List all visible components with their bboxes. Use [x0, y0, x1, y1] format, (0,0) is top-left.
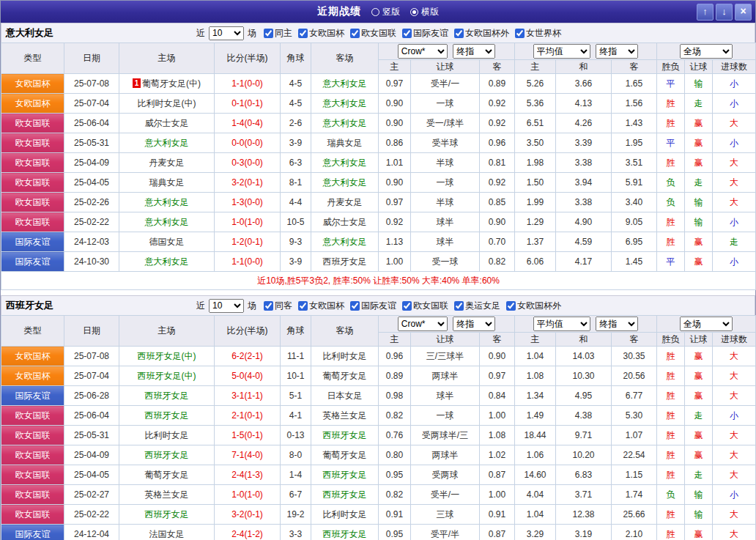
col-odds-away: 客 — [480, 60, 515, 74]
league-checkbox-input[interactable] — [454, 29, 464, 38]
filter-checkbox[interactable]: 欧女国联 — [402, 300, 448, 312]
near-label: 近 — [196, 300, 205, 312]
filter-checkbox[interactable]: 同客 — [264, 300, 292, 312]
result-goals: 大 — [713, 426, 756, 445]
league-checkbox-input[interactable] — [402, 301, 412, 311]
filter-checkbox[interactable]: 国际友谊 — [350, 300, 396, 312]
league-checkbox-input[interactable] — [350, 301, 360, 311]
bookmaker-select[interactable]: Crow* — [398, 317, 448, 331]
filter-checkbox[interactable]: 同主 — [264, 27, 292, 40]
odds-away: 0.92 — [480, 94, 515, 114]
match-date: 25-02-22 — [64, 505, 119, 525]
league-checkbox-input[interactable] — [264, 301, 273, 311]
average-select[interactable]: 平均值 — [533, 317, 590, 331]
filter-checkbox[interactable]: 女世界杯 — [515, 27, 561, 40]
home-team: 西班牙女足 — [119, 386, 215, 406]
odds-home: 0.86 — [379, 133, 411, 153]
match-row: 欧女国联25-02-22西班牙女足3-2(0-1)19-2比利时女足0.91三球… — [1, 505, 756, 525]
odds-away: 0.85 — [480, 193, 515, 212]
final-index-select-2[interactable]: 终指 — [596, 317, 638, 331]
result-goals: 大 — [713, 366, 756, 386]
odds-home: 0.97 — [379, 74, 411, 94]
home-team: 葡萄牙女足 — [119, 465, 215, 485]
avg-away: 1.65 — [612, 74, 657, 94]
odds-away: 0.90 — [480, 347, 515, 366]
league-checkbox-input[interactable] — [402, 29, 412, 38]
match-type-badge: 欧女国联 — [1, 505, 64, 525]
away-team: 西班牙女足 — [311, 525, 379, 540]
match-type-badge: 国际友谊 — [1, 252, 64, 272]
home-team: 法国女足 — [119, 525, 215, 540]
radio-vertical-layout[interactable]: 竖版 — [371, 6, 400, 18]
team-name: 意大利女足 — [323, 118, 367, 128]
radio-vertical-label: 竖版 — [382, 6, 400, 18]
league-checkbox-input[interactable] — [454, 301, 464, 311]
odds-home: 0.82 — [379, 406, 411, 426]
close-button[interactable]: × — [735, 4, 752, 21]
avg-away: 2.10 — [612, 525, 657, 540]
league-checkbox-input[interactable] — [298, 29, 308, 38]
result-winloss: 胜 — [657, 386, 685, 406]
final-index-select[interactable]: 终指 — [453, 44, 495, 59]
match-row: 欧女国联25-04-05瑞典女足3-2(0-1)8-1意大利女足0.90一球0.… — [1, 173, 756, 193]
team-name: 意大利女足 — [145, 138, 189, 148]
filter-checkbox[interactable]: 女欧国杯外 — [506, 300, 561, 312]
away-team: 意大利女足 — [311, 173, 379, 193]
match-score: 1-4(0-4) — [215, 114, 281, 133]
match-type-badge: 欧女国联 — [1, 153, 64, 173]
result-goals: 小 — [713, 485, 756, 505]
avg-home: 5.36 — [515, 94, 556, 114]
corner-score: 19-2 — [281, 505, 311, 525]
move-down-button[interactable]: ↓ — [716, 4, 733, 21]
avg-draw: 14.03 — [556, 347, 612, 366]
league-checkbox-input[interactable] — [350, 29, 360, 38]
league-checkbox-input[interactable] — [515, 29, 525, 38]
filter-checkbox[interactable]: 女欧国杯 — [298, 300, 344, 312]
corner-score: 1-4 — [281, 465, 311, 485]
league-checkbox-input[interactable] — [506, 301, 516, 311]
odds-away: 1.08 — [480, 426, 515, 445]
result-handicap: 走 — [685, 173, 713, 193]
final-index-select-2[interactable]: 终指 — [596, 44, 638, 59]
final-index-select[interactable]: 终指 — [453, 317, 495, 331]
away-team: 意大利女足 — [311, 74, 379, 94]
match-score: 2-4(1-2) — [215, 525, 281, 540]
team-name: 意大利女足 — [323, 158, 367, 168]
filter-checkbox[interactable]: 欧女国联 — [350, 27, 396, 40]
result-goals: 大 — [713, 505, 756, 525]
league-checkbox-input[interactable] — [264, 29, 273, 38]
filter-checkbox[interactable]: 奥运女足 — [454, 300, 500, 312]
match-type-badge: 欧女国联 — [1, 212, 64, 232]
avg-away: 3.51 — [612, 153, 657, 173]
corner-score: 4-1 — [281, 406, 311, 426]
filter-checkbox[interactable]: 国际友谊 — [402, 27, 448, 40]
checkbox-label: 同主 — [275, 27, 292, 40]
match-score: 1-1(0-0) — [215, 74, 281, 94]
games-count-select[interactable]: 10 — [209, 299, 244, 313]
col-result-winloss: 胜负 — [657, 60, 685, 74]
fulltime-scope-select[interactable]: 全场 — [680, 317, 733, 331]
match-row: 女欧国杯25-07-081葡萄牙女足(中)1-1(0-0)4-5意大利女足0.9… — [1, 74, 756, 94]
home-team: 比利时女足 — [119, 426, 215, 445]
odds-handicap: 球半 — [411, 232, 480, 252]
avg-home: 3.29 — [515, 525, 556, 540]
avg-home: 1.04 — [515, 347, 556, 366]
games-count-select[interactable]: 10 — [209, 26, 244, 40]
avg-away: 5.30 — [612, 406, 657, 426]
result-winloss: 胜 — [657, 505, 685, 525]
filter-checkbox[interactable]: 女欧国杯 — [298, 27, 344, 40]
avg-home: 18.44 — [515, 426, 556, 445]
down-arrow-icon: ↓ — [722, 6, 727, 17]
average-select[interactable]: 平均值 — [533, 44, 590, 59]
move-up-button[interactable]: ↑ — [697, 4, 714, 21]
filter-checkbox[interactable]: 女欧国杯外 — [454, 27, 509, 40]
odds-home: 0.90 — [379, 94, 411, 114]
avg-away: 6.77 — [612, 386, 657, 406]
col-away: 客场 — [311, 43, 379, 74]
league-checkbox-input[interactable] — [298, 301, 308, 311]
avg-draw: 4.90 — [556, 212, 612, 232]
fulltime-scope-select[interactable]: 全场 — [680, 44, 733, 59]
bookmaker-select[interactable]: Crow* — [398, 44, 448, 59]
away-team: 比利时女足 — [311, 347, 379, 366]
radio-horizontal-layout[interactable]: 横版 — [410, 6, 439, 18]
